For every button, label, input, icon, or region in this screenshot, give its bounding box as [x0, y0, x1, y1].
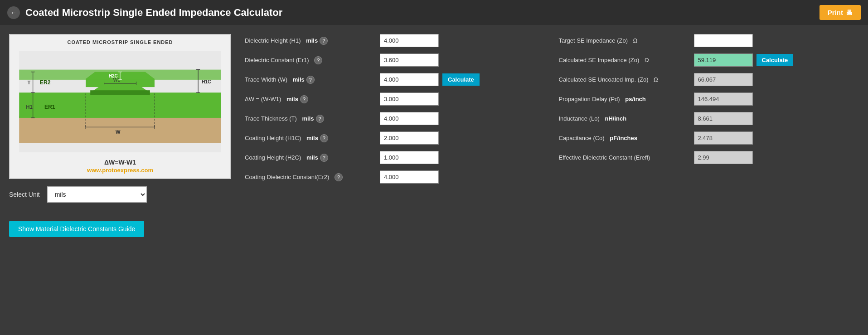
label-er1: Dielectric Constant (Er1) ?: [245, 56, 376, 64]
input-dw[interactable]: [380, 92, 439, 106]
input-h1[interactable]: [380, 34, 439, 47]
label-calc-zo: Calculated SE Impedance (Zo) Ω: [559, 57, 690, 63]
svg-text:T: T: [27, 80, 30, 85]
print-button[interactable]: Print 🖶: [820, 5, 861, 20]
field-uncoated-zo: Calculated SE Uncoated Imp. (Zo) Ω: [559, 73, 859, 86]
field-h2c: Coating Height (H2C) mils ?: [245, 151, 545, 164]
field-h1c: Coating Height (H1C) mils ?: [245, 131, 545, 145]
diagram-link: www.protoexpress.com: [87, 167, 153, 174]
label-er2: Coating Dielectric Constant(Er2) ?: [245, 173, 376, 181]
field-ereff: Effective Dielectric Constant (Ereff): [559, 151, 859, 164]
label-w: Trace Width (W) mils ?: [245, 76, 376, 84]
help-h2c[interactable]: ?: [320, 154, 328, 162]
label-h2c: Coating Height (H2C) mils ?: [245, 154, 376, 162]
input-calc-zo[interactable]: [694, 53, 753, 67]
input-w[interactable]: [380, 73, 439, 86]
help-t[interactable]: ?: [316, 115, 324, 123]
svg-text:H1C: H1C: [202, 79, 211, 84]
help-dw[interactable]: ?: [300, 95, 308, 103]
field-target-zo: Target SE Impedance (Zo) Ω: [559, 34, 859, 47]
diagram-section: COATED MICROSTRIP SINGLE ENDED: [9, 34, 231, 203]
label-target-zo: Target SE Impedance (Zo) Ω: [559, 37, 690, 44]
svg-rect-5: [86, 79, 155, 87]
field-calc-zo: Calculated SE Impedance (Zo) Ω Calculate: [559, 53, 859, 67]
print-label: Print: [828, 9, 843, 16]
print-icon: 🖶: [846, 9, 853, 16]
input-er2[interactable]: [380, 170, 439, 184]
header-left: ← Coated Microstrip Single Ended Impedan…: [7, 6, 282, 19]
label-pd: Propagation Delay (Pd) ps/inch: [559, 96, 690, 102]
input-uncoated-zo: [694, 73, 753, 86]
input-h1c[interactable]: [380, 131, 439, 145]
field-pd: Propagation Delay (Pd) ps/inch: [559, 92, 859, 106]
calc-section: Dielectric Height (H1) mils ? Dielectric…: [245, 34, 859, 203]
help-er1[interactable]: ?: [314, 56, 322, 64]
diagram-formula: ΔW=W-W1: [104, 159, 136, 166]
svg-text:ER2: ER2: [40, 79, 51, 86]
label-ereff: Effective Dielectric Constant (Ereff): [559, 154, 690, 161]
svg-rect-4: [90, 90, 150, 95]
field-dw: ΔW = (W-W1) mils ?: [245, 92, 545, 106]
main-content: COATED MICROSTRIP SINGLE ENDED: [0, 25, 868, 212]
field-co: Capacitance (Co) pF/inches: [559, 131, 859, 145]
show-guide-button[interactable]: Show Material Dielectric Constants Guide: [9, 221, 144, 237]
label-co: Capacitance (Co) pF/inches: [559, 135, 690, 141]
field-lo: Inductance (Lo) nH/inch: [559, 112, 859, 125]
svg-text:W1: W1: [113, 78, 121, 83]
header: ← Coated Microstrip Single Ended Impedan…: [0, 0, 868, 25]
unit-label: Select Unit: [9, 191, 40, 198]
input-ereff: [694, 151, 753, 164]
svg-text:H1: H1: [26, 104, 32, 110]
help-h1[interactable]: ?: [320, 37, 328, 45]
label-uncoated-zo: Calculated SE Uncoated Imp. (Zo) Ω: [559, 76, 690, 83]
back-button[interactable]: ←: [7, 6, 20, 19]
svg-text:ER1: ER1: [44, 104, 55, 110]
input-pd: [694, 92, 753, 106]
label-h1c: Coating Height (H1C) mils ?: [245, 134, 376, 142]
help-h1c[interactable]: ?: [320, 134, 328, 142]
field-er1: Dielectric Constant (Er1) ?: [245, 53, 545, 67]
help-er2[interactable]: ?: [335, 173, 343, 181]
field-er2: Coating Dielectric Constant(Er2) ?: [245, 170, 545, 184]
input-lo: [694, 112, 753, 125]
input-t[interactable]: [380, 112, 439, 125]
help-w[interactable]: ?: [306, 76, 315, 84]
label-t: Trace Thickness (T) mils ?: [245, 115, 376, 123]
field-h1: Dielectric Height (H1) mils ?: [245, 34, 545, 47]
right-calc-column: Target SE Impedance (Zo) Ω Calculated SE…: [559, 34, 859, 203]
label-lo: Inductance (Lo) nH/inch: [559, 115, 690, 122]
diagram-svg: T H1 ER1 ER2 H2C W1: [15, 47, 226, 157]
input-er1[interactable]: [380, 53, 439, 67]
unit-section: Select Unit mils mm inches microns: [9, 186, 231, 203]
input-target-zo[interactable]: [694, 34, 753, 47]
label-dw: ΔW = (W-W1) mils ?: [245, 95, 376, 103]
left-calc-column: Dielectric Height (H1) mils ? Dielectric…: [245, 34, 545, 203]
diagram-box: COATED MICROSTRIP SINGLE ENDED: [9, 34, 231, 179]
field-t: Trace Thickness (T) mils ?: [245, 112, 545, 125]
field-w: Trace Width (W) mils ? Calculate: [245, 73, 545, 86]
unit-select[interactable]: mils mm inches microns: [47, 186, 147, 203]
calculate-w-button[interactable]: Calculate: [442, 73, 480, 86]
calculate-zo-button[interactable]: Calculate: [756, 54, 794, 66]
input-co: [694, 131, 753, 145]
diagram-title: COATED MICROSTRIP SINGLE ENDED: [67, 39, 173, 45]
input-h2c[interactable]: [380, 151, 439, 164]
bottom-section: Show Material Dielectric Constants Guide: [0, 212, 868, 246]
page-title: Coated Microstrip Single Ended Impedance…: [25, 7, 282, 19]
label-h1: Dielectric Height (H1) mils ?: [245, 37, 376, 45]
svg-text:W: W: [116, 129, 121, 135]
